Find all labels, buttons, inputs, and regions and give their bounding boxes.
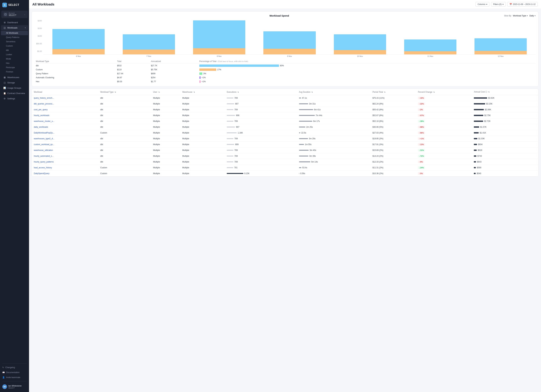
bar-group[interactable] (44, 29, 113, 54)
col-avg-duration[interactable]: Avg Duration ⇅ (297, 89, 371, 95)
cell-executions: 701 (225, 165, 297, 171)
sidebar-item-mode[interactable]: Mode (0, 57, 29, 61)
col-workload[interactable]: Workload (32, 89, 98, 95)
bar-segment-top[interactable] (263, 31, 316, 49)
col-user[interactable]: User ⇅ (151, 89, 180, 95)
legend-type: Hex (35, 80, 116, 83)
columns-button[interactable]: Columns ▾ (475, 2, 489, 7)
bar-label: 6 Nov (44, 55, 113, 57)
cell-annual-cost: $818 (472, 147, 538, 153)
main-header: All Workloads Columns ▾ Filters (0) ▾ 📅 … (29, 0, 541, 9)
sidebar-item-custom[interactable]: Custom (0, 44, 29, 48)
bar-segment-bottom[interactable] (334, 50, 386, 54)
bar-segment-bottom[interactable] (193, 48, 245, 54)
data-table-card: Workload Workload Type ⇅ User ⇅ Warehous… (32, 89, 538, 177)
period-select[interactable]: Daily ▾ (529, 15, 536, 17)
logo-icon: S (2, 3, 7, 7)
cell-type: dbt (98, 119, 151, 124)
cell-workload: hourly_automated_s... (32, 153, 98, 159)
bar-segment-bottom[interactable] (404, 51, 456, 54)
sidebar-item-invite-teammate[interactable]: 👤 Invite teammate (0, 375, 29, 380)
legend-total: $4.87 (116, 76, 150, 80)
sidebar-item-periscope[interactable]: Periscope (0, 65, 29, 70)
cell-period-total: $52.67 (8%) (370, 113, 416, 119)
cell-percent-change: ↓ 39% (416, 119, 472, 124)
bar-chart[interactable] (44, 20, 536, 55)
bar-segment-top[interactable] (474, 38, 527, 51)
bar-segment-top[interactable] (404, 40, 456, 51)
sidebar-item-looker[interactable]: Looker (0, 52, 29, 57)
account-chevron-icon: ⌄ (24, 13, 25, 15)
period-chevron-icon: ▾ (535, 15, 536, 17)
bar-segment-top[interactable] (52, 29, 105, 49)
cell-type: dbt (98, 136, 151, 142)
col-annual-cost[interactable]: Annual Cost ⓘ ⇅ (472, 89, 538, 95)
workloads-submenu: All Workloads Query Patterns Serverless … (0, 31, 29, 75)
sidebar-item-serverless[interactable]: Serverless (0, 40, 29, 44)
table-row: warehouses_type2_d... dbt Multiple Multi… (32, 136, 538, 142)
sidebar-item-settings[interactable]: ⚙ Settings (1, 96, 28, 101)
cell-workload: DailySpendQuery (32, 171, 98, 176)
cell-warehouse: Multiple (180, 159, 225, 165)
cell-warehouse: Multiple (180, 113, 225, 119)
bar-segment-top[interactable] (123, 34, 175, 50)
sidebar-item-contract-overview[interactable]: 📋 Contract Overview (1, 91, 28, 96)
bar-group[interactable] (325, 34, 395, 54)
sidebar-item-documentation[interactable]: 📖 Documentation (0, 370, 29, 375)
sidebar-item-label: Dashboard (7, 21, 26, 24)
sidebar-item-fivetran[interactable]: Fivetran (0, 70, 29, 74)
bar-segment-bottom[interactable] (123, 50, 175, 54)
filters-button[interactable]: Filters (0) ▾ (491, 2, 506, 7)
cell-type: dbt (98, 159, 151, 165)
slice-by-select[interactable]: Workload Type ▾ (513, 15, 528, 17)
sidebar-item-workloads[interactable]: ◫ Workloads ▾ (1, 25, 28, 30)
bar-segment-bottom[interactable] (474, 51, 527, 54)
cell-period-total: $27.03 (4%) (370, 130, 416, 136)
col-executions[interactable]: Executions ⇅ (225, 89, 297, 95)
app-name: SELECT (8, 4, 19, 6)
user-section: IW Ian Whitestone SELECT (0, 383, 29, 391)
sidebar-item-all-workloads[interactable]: All Workloads (1, 31, 28, 35)
account-selector[interactable]: Account SELECT ⌄ (1, 11, 28, 18)
sidebar-item-warehouses[interactable]: ▦ Warehouses (1, 75, 28, 80)
bar-group[interactable] (255, 31, 324, 54)
bar-group[interactable] (466, 38, 536, 54)
cell-executions: 709 (225, 95, 297, 101)
sidebar-item-dbt[interactable]: dbt (0, 48, 29, 52)
col-warehouse[interactable]: Warehouse ⇅ (180, 89, 225, 95)
cell-warehouse: Multiple (180, 165, 225, 171)
legend-type: Query Pattern (35, 72, 116, 76)
sidebar-item-dashboard[interactable]: ⊞ Dashboard (1, 20, 28, 25)
sidebar-item-usage-groups[interactable]: 📊 Usage Groups (1, 85, 28, 91)
cell-percent-change: ↓ 72% (416, 153, 472, 159)
sidebar-item-query-patterns[interactable]: Query Patterns (0, 35, 29, 40)
sidebar-item-changelog[interactable]: ↻ Changelog (0, 365, 29, 370)
cell-duration: 6m 41s (297, 107, 371, 113)
bar-segment-top[interactable] (334, 34, 386, 50)
sidebar-item-hex[interactable]: Hex (0, 61, 29, 65)
cell-annual-cost: $934 (472, 142, 538, 147)
main-content: Workload Spend Slice By Workload Type ▾ … (29, 9, 541, 392)
bar-segment-bottom[interactable] (263, 49, 316, 54)
col-workload-type[interactable]: Workload Type ⇅ (98, 89, 151, 95)
cell-warehouse: Multiple (180, 95, 225, 101)
bar-group[interactable] (395, 40, 465, 54)
table-row: daily_workloads dbt Multiple Multiple 90… (32, 124, 538, 130)
date-range-picker[interactable]: 📅 2023-11-06 ~ 2023-11-12 (507, 2, 538, 7)
cell-executions: 9.15K (225, 171, 297, 176)
bar-segment-top[interactable] (193, 21, 245, 48)
cell-user: Multiple (151, 159, 180, 165)
table-body: query_history_enrich... dbt Multiple Mul… (32, 95, 538, 176)
calendar-icon: 📅 (510, 3, 512, 5)
bar-group[interactable] (184, 21, 254, 54)
bar-group[interactable] (114, 34, 184, 54)
sidebar-item-storage[interactable]: ◫ Storage (1, 80, 28, 85)
cell-annual-cost: $540 (472, 171, 538, 176)
cell-annual-cost: $3.92K (472, 95, 538, 101)
cell-workload: dbt_queries_process... (32, 101, 98, 107)
col-percent-change[interactable]: Percent Change ⇅ (416, 89, 472, 95)
cell-warehouse: Multiple (180, 147, 225, 153)
bar-segment-bottom[interactable] (52, 49, 105, 54)
col-period-total[interactable]: Period Total ⇅ (370, 89, 416, 95)
cell-duration: 22.5s (297, 130, 371, 136)
